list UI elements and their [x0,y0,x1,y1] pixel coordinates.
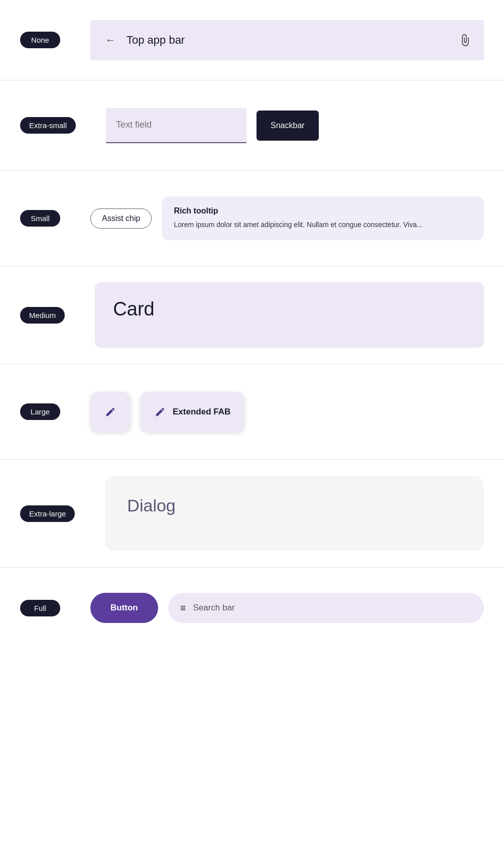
small-badge: Small [20,210,60,227]
search-bar-label: Search bar [193,603,234,613]
row-none: None ← Top app bar [0,0,504,80]
text-field-input[interactable] [106,108,246,143]
extended-fab-button[interactable]: Extended FAB [141,392,244,432]
extended-fab-pencil-icon [155,406,166,417]
card-title: Card [113,298,154,320]
extra-large-content: Dialog [105,476,484,551]
medium-badge: Medium [20,307,65,324]
rich-tooltip: Rich tooltip Lorem ipsum dolor sit amet … [162,196,484,240]
top-app-bar-title: Top app bar [127,34,448,47]
snackbar: Snackbar [257,111,319,141]
top-app-bar: ← Top app bar [90,20,484,60]
extra-small-badge: Extra-small [20,117,76,134]
rich-tooltip-title: Rich tooltip [174,206,472,216]
assist-chip[interactable]: Assist chip [90,208,152,229]
none-content: ← Top app bar [90,20,484,60]
menu-icon: ≡ [180,602,186,614]
large-badge: Large [20,403,60,420]
back-icon[interactable]: ← [102,32,118,48]
fab-button[interactable] [90,392,131,432]
attach-icon[interactable] [456,32,472,48]
medium-content: Card [95,282,484,348]
card: Card [95,282,484,348]
row-large: Large Extended FAB [0,364,504,460]
small-content: Assist chip Rich tooltip Lorem ipsum dol… [90,196,484,240]
dialog-title: Dialog [127,496,175,515]
row-full: Full Button ≡ Search bar [0,568,504,648]
none-badge: None [20,32,60,48]
search-bar[interactable]: ≡ Search bar [168,593,484,623]
dialog: Dialog [105,476,484,551]
extra-small-content: Snackbar [106,108,484,143]
paperclip-icon [458,34,469,47]
row-extra-small: Extra-small Snackbar [0,80,504,171]
extra-large-badge: Extra-large [20,505,75,522]
button[interactable]: Button [90,593,158,623]
row-medium: Medium Card [0,266,504,364]
rich-tooltip-body: Lorem ipsum dolor sit amet adipiscing el… [174,220,472,230]
extended-fab-label: Extended FAB [173,407,230,417]
row-extra-large: Extra-large Dialog [0,460,504,568]
full-badge: Full [20,600,60,616]
large-content: Extended FAB [90,392,484,432]
full-content: Button ≡ Search bar [90,593,484,623]
row-small: Small Assist chip Rich tooltip Lorem ips… [0,171,504,266]
fab-pencil-icon [105,406,116,417]
